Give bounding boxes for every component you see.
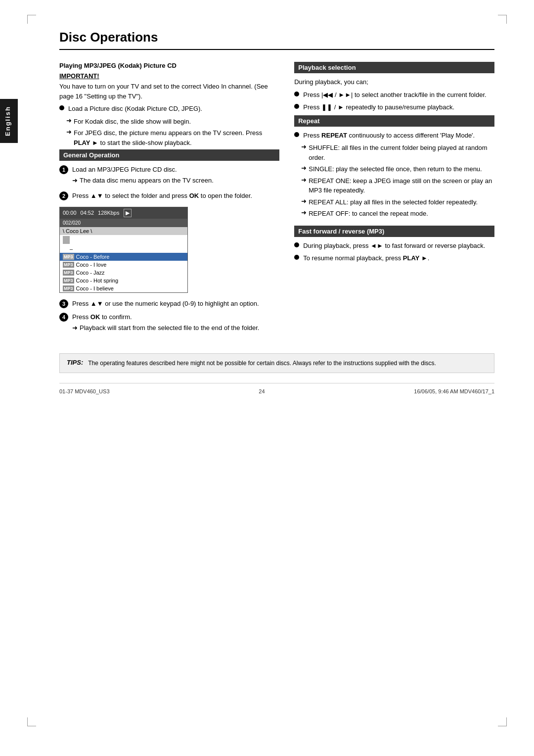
arrow-symbol: ➜ [66, 117, 72, 124]
repeat-arrow5-text: REPEAT OFF: to cancel the repeat mode. [309, 209, 494, 219]
repeat-arrow4-item: ➜ REPEAT ALL: play all files in the sele… [294, 197, 494, 207]
step2-number: 2 [59, 191, 68, 200]
player-believe-label: Coco - I believe [76, 285, 114, 291]
step4-number: 4 [59, 313, 68, 322]
step2-text: Press ▲▼ to select the folder and press … [72, 191, 279, 201]
player-item-blank [60, 235, 187, 245]
ff-bullet2-text: To resume normal playback, press PLAY ►. [303, 253, 494, 263]
step2-item: 2 Press ▲▼ to select the folder and pres… [59, 191, 279, 201]
repeat-arrow2-sym: ➜ [301, 164, 307, 172]
step1-number: 1 [59, 165, 68, 174]
repeat-bullet-text: Press REPEAT continuously to access diff… [303, 131, 494, 141]
playback-intro: During playback, you can; [294, 77, 494, 87]
arrow-jpeg-item: ➜ For JPEG disc, the picture menu appear… [59, 128, 279, 147]
mp3-badge-hotspring: MP3 [63, 278, 74, 284]
ff-bullet1-icon [294, 242, 299, 247]
player-track: 002/020 [63, 220, 81, 226]
step4-item: 4 Press OK to confirm. ➜ Playback will s… [59, 312, 279, 334]
playback-bullet2-text: Press ❚❚ / ► repeatedly to pause/resume … [303, 102, 494, 112]
step1-arrow-item: ➜ The data disc menu appears on the TV s… [72, 176, 279, 186]
bullet-icon [59, 105, 64, 110]
playback-bullet1-text: Press |◀◀ / ►►| to select another track/… [303, 90, 494, 100]
repeat-arrow5-sym: ➜ [301, 209, 307, 216]
load-picture-disc-text: Load a Picture disc (Kodak Picture CD, J… [68, 104, 279, 114]
player-item-dash: – [60, 245, 187, 253]
step4-arrow-sym: ➜ [72, 323, 78, 333]
repeat-arrow4-text: REPEAT ALL: play all files in the select… [309, 197, 494, 207]
player-folder-bar: \ Coco Lee \ [60, 227, 187, 235]
step1-arrow-sym: ➜ [72, 176, 78, 186]
player-play-icon: ▶ [124, 209, 132, 217]
tips-text: The operating features described here mi… [88, 359, 436, 368]
step4-arrow-text: Playback will start from the selected fi… [80, 323, 279, 333]
playback-bullet1-item: Press |◀◀ / ►►| to select another track/… [294, 90, 494, 100]
repeat-arrow4-sym: ➜ [301, 197, 307, 205]
player-item-jazz: MP3 Coco - Jazz [60, 269, 187, 277]
repeat-arrow1-text: SHUFFLE: all files in the current folder… [309, 143, 494, 162]
footer-right: 16/06/05, 9:46 AM MDV460/17_1 [414, 388, 494, 394]
mp3-badge-love: MP3 [63, 262, 74, 268]
step1-arrow-text: The data disc menu appears on the TV scr… [80, 176, 279, 186]
mp3-badge-jazz: MP3 [63, 270, 74, 276]
step1-text: Load an MP3/JPEG Picture CD disc. ➜ The … [72, 165, 279, 187]
player-item-hotspring: MP3 Coco - Hot spring [60, 277, 187, 284]
repeat-arrow5-item: ➜ REPEAT OFF: to cancel the repeat mode. [294, 209, 494, 219]
repeat-arrow3-sym: ➜ [301, 176, 307, 184]
footer-left: 01-37 MDV460_US3 [59, 388, 110, 394]
arrow-kodak-item: ➜ For Kodak disc, the slide show will be… [59, 117, 279, 127]
step3-item: 3 Press ▲▼ or use the numeric keypad (0-… [59, 299, 279, 309]
step1-item: 1 Load an MP3/JPEG Picture CD disc. ➜ Th… [59, 165, 279, 187]
player-bitrate: 128Kbps [98, 210, 119, 216]
player-blank-icon [63, 236, 70, 244]
player-love-label: Coco - I love [76, 262, 107, 268]
repeat-bullet-icon [294, 132, 299, 137]
fastforward-section-heading: Fast forward / reverse (MP3) [294, 226, 494, 237]
mp3-badge-before: MP3 [63, 254, 74, 260]
player-item-believe: MP3 Coco - I believe [60, 284, 187, 292]
right-column: Playback selection During playback, you … [294, 62, 494, 338]
repeat-bullet-item: Press REPEAT continuously to access diff… [294, 131, 494, 141]
ff-bullet2-item: To resume normal playback, press PLAY ►. [294, 253, 494, 263]
player-duration: 04:52 [81, 210, 94, 216]
footer-center: 24 [259, 388, 265, 394]
ff-bullet2-icon [294, 255, 299, 260]
step4-arrow-item: ➜ Playback will start from the selected … [72, 323, 279, 333]
repeat-arrow1-sym: ➜ [301, 143, 307, 150]
player-top-bar: 00:00 04:52 128Kbps ▶ [60, 207, 187, 219]
arrow-kodak-text: For Kodak disc, the slide show will begi… [74, 117, 279, 127]
important-label: IMPORTANT! [59, 72, 279, 80]
tips-label: TIPS: [67, 359, 83, 366]
playback-bullet1-icon [294, 92, 299, 96]
tips-box: TIPS: The operating features described h… [59, 353, 494, 373]
step4-text: Press OK to confirm. ➜ Playback will sta… [72, 312, 279, 334]
arrow-symbol-2: ➜ [66, 128, 72, 136]
page-footer: 01-37 MDV460_US3 24 16/06/05, 9:46 AM MD… [59, 383, 494, 394]
playback-section-heading: Playback selection [294, 62, 494, 73]
load-picture-disc-item: Load a Picture disc (Kodak Picture CD, J… [59, 104, 279, 114]
repeat-arrow3-text: REPEAT ONE: keep a JPEG image still on t… [309, 176, 494, 195]
left-column: Playing MP3/JPEG (Kodak) Picture CD IMPO… [59, 62, 279, 338]
player-before-label: Coco - Before [76, 254, 110, 260]
repeat-section-heading: Repeat [294, 115, 494, 127]
playback-bullet2-item: Press ❚❚ / ► repeatedly to pause/resume … [294, 102, 494, 112]
step3-text: Press ▲▼ or use the numeric keypad (0-9)… [72, 299, 279, 309]
playing-mp3-title: Playing MP3/JPEG (Kodak) Picture CD [59, 62, 279, 69]
arrow-jpeg-text: For JPEG disc, the picture menu appears … [74, 128, 279, 147]
general-operation-heading: General Operation [59, 149, 279, 161]
player-hotspring-label: Coco - Hot spring [76, 278, 119, 284]
important-text: You have to turn on your TV and set to t… [59, 82, 279, 101]
step3-number: 3 [59, 299, 68, 308]
player-item-before: MP3 Coco - Before [60, 253, 187, 261]
repeat-arrow3-item: ➜ REPEAT ONE: keep a JPEG image still on… [294, 176, 494, 195]
playback-bullet2-icon [294, 104, 299, 109]
repeat-arrow2-item: ➜ SINGLE: play the selected file once, t… [294, 164, 494, 174]
ff-bullet1-item: During playback, press ◄► to fast forwar… [294, 241, 494, 251]
repeat-arrow2-text: SINGLE: play the selected file once, the… [309, 164, 494, 174]
player-track-bar: 002/020 [60, 219, 187, 227]
ff-bullet1-text: During playback, press ◄► to fast forwar… [303, 241, 494, 251]
repeat-arrow1-item: ➜ SHUFFLE: all files in the current fold… [294, 143, 494, 162]
player-interface: 00:00 04:52 128Kbps ▶ 002/020 \ Coco Lee… [59, 207, 188, 293]
page-title: Disc Operations [59, 30, 494, 50]
player-time: 00:00 [63, 210, 77, 216]
player-jazz-label: Coco - Jazz [76, 270, 105, 276]
